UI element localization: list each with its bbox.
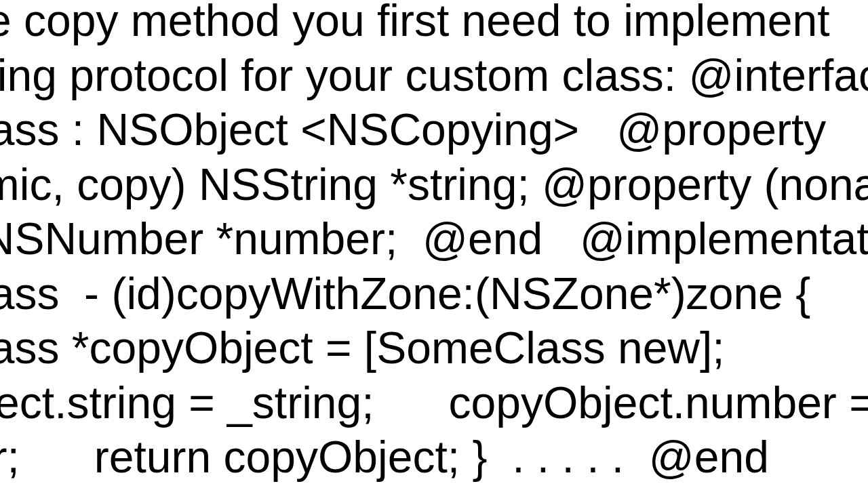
code-paragraph: 2: To use copy method you first need to …	[0, 0, 868, 485]
